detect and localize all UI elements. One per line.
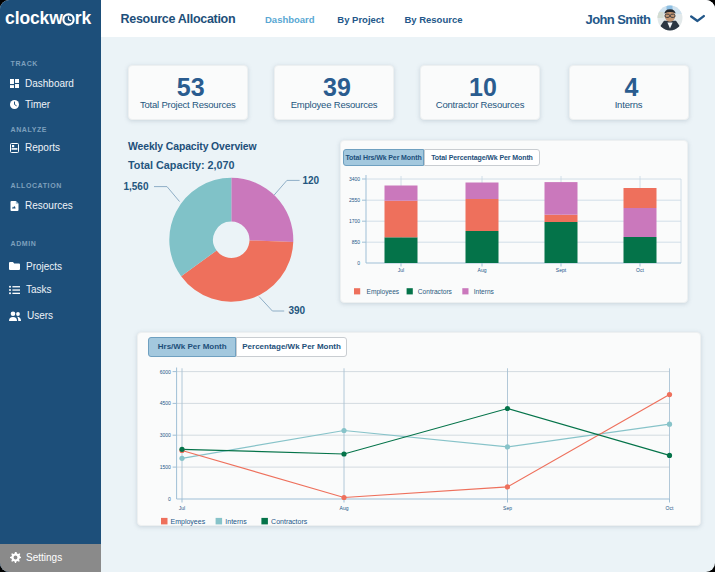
svg-text:Jul: Jul — [398, 267, 404, 273]
svg-text:Jul: Jul — [179, 505, 185, 511]
svg-text:390: 390 — [289, 305, 306, 316]
svg-text:0: 0 — [168, 496, 171, 502]
svg-text:1500: 1500 — [160, 464, 171, 470]
svg-text:850: 850 — [352, 239, 361, 245]
svg-text:Oct: Oct — [666, 505, 674, 511]
svg-text:3400: 3400 — [349, 176, 360, 182]
svg-text:Interns: Interns — [225, 518, 247, 525]
svg-text:Employees: Employees — [367, 288, 400, 296]
svg-text:Contractors: Contractors — [418, 288, 453, 295]
svg-text:Interns: Interns — [474, 288, 495, 295]
svg-text:3000: 3000 — [160, 432, 171, 438]
svg-text:1,560: 1,560 — [123, 181, 148, 192]
svg-text:Employees: Employees — [171, 518, 206, 526]
svg-text:Aug: Aug — [340, 505, 349, 511]
svg-text:2550: 2550 — [349, 197, 360, 203]
svg-text:1700: 1700 — [349, 218, 360, 224]
svg-text:Aug: Aug — [478, 267, 487, 273]
svg-text:Oct: Oct — [636, 267, 644, 273]
svg-text:Sep: Sep — [503, 505, 512, 511]
svg-text:0: 0 — [357, 260, 360, 266]
svg-text:4500: 4500 — [160, 400, 171, 406]
svg-text:Contractors: Contractors — [271, 518, 308, 525]
svg-text:Sept: Sept — [556, 267, 567, 273]
svg-text:6000: 6000 — [160, 369, 171, 375]
svg-text:120: 120 — [303, 175, 320, 186]
